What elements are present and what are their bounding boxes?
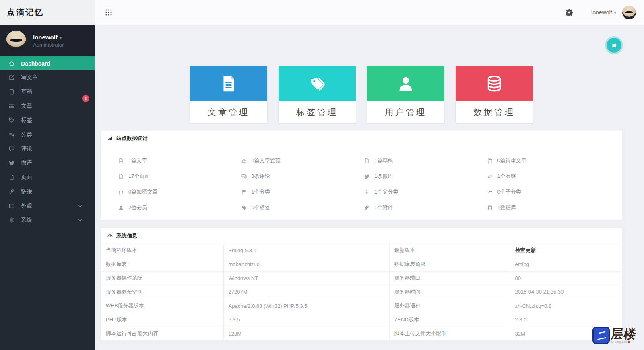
toggle-menu-fab[interactable] xyxy=(607,38,621,53)
article-icon xyxy=(219,74,238,93)
sysinfo-value: 2.3.0 xyxy=(510,313,622,327)
sidebar-item-write-article[interactable]: 写文章 xyxy=(0,70,95,84)
draft-count-badge: 1 xyxy=(82,95,89,102)
user-role: Administrator xyxy=(33,42,64,48)
sysinfo-label: 最新版本 xyxy=(389,243,510,257)
category-icon xyxy=(8,132,15,138)
tags-icon xyxy=(308,74,327,93)
stat-item: 0篇待审文章 xyxy=(487,156,610,165)
system-info-panel: 系统信息 当前程序版本 Emlog 5.3.1 最新版本 检查更新 数据库表 m… xyxy=(101,228,622,341)
sidebar-item-categories[interactable]: 分类 xyxy=(0,128,95,142)
check-update-link[interactable]: 检查更新 xyxy=(510,243,622,257)
appearance-icon xyxy=(8,203,15,209)
card-article-manage[interactable]: 文章管理 xyxy=(190,66,267,123)
stat-item: 3条评论 xyxy=(241,172,364,181)
card-tag-manage[interactable]: 标签管理 xyxy=(279,66,356,123)
sysinfo-value: emlog_ xyxy=(510,257,622,272)
link-icon xyxy=(8,188,15,195)
site-stats-panel: 站点数据统计 1篇文章 0篇文章置顶 1篇草稿 0篇待审文章 17个页面 3条评… xyxy=(101,131,622,220)
pages-icon xyxy=(118,173,124,179)
topbar: lonewolf▾ xyxy=(95,0,644,25)
site-stats-header: 站点数据统计 xyxy=(101,131,622,146)
topbar-user-menu[interactable]: lonewolf▾ xyxy=(591,9,616,16)
stat-item: 1条微语 xyxy=(364,172,487,181)
brand[interactable]: 点滴记忆 xyxy=(0,0,95,25)
table-row: 服务器操作系统 Windows NT 服务器端口 80 xyxy=(101,271,622,285)
apps-grid-icon[interactable] xyxy=(105,9,112,16)
bar-chart-icon xyxy=(107,135,113,141)
sidebar-item-appearance[interactable]: 外观 xyxy=(0,199,95,213)
card-data-manage[interactable]: 数据管理 xyxy=(456,66,533,123)
comment-icon xyxy=(8,146,15,152)
member-icon xyxy=(118,205,124,211)
hamburger-icon xyxy=(611,42,618,49)
sysinfo-label: WEB服务器版本 xyxy=(101,299,223,313)
caret-down-icon: ▾ xyxy=(60,35,62,40)
main-content: 文章管理 标签管理 用户管理 数据管理 xyxy=(95,25,644,350)
file-icon xyxy=(364,158,370,164)
stat-item: 0篇文章置顶 xyxy=(241,156,364,165)
sidebar-user-panel[interactable]: lonewolf▾ Administrator xyxy=(0,25,95,56)
flag-icon xyxy=(241,189,247,195)
table-row: WEB服务器版本 Apache/2.0.63 (Win32) PHP/5.3.5… xyxy=(101,299,622,313)
stats-grid: 1篇文章 0篇文章置顶 1篇草稿 0篇待审文章 17个页面 3条评论 1条微语 … xyxy=(101,146,622,220)
card-user-manage[interactable]: 用户管理 xyxy=(367,66,444,123)
thumbs-up-icon xyxy=(241,158,247,164)
gauge-icon xyxy=(107,233,113,239)
chevron-down-icon xyxy=(77,217,83,223)
sidebar-item-system[interactable]: 系统 xyxy=(0,213,95,227)
tag-icon xyxy=(8,117,15,124)
sidebar-item-tags[interactable]: 标签 xyxy=(0,113,95,128)
sysinfo-label: PHP版本 xyxy=(101,313,223,327)
ecl-watermark: 二 层楼 Er Ceng Lou xyxy=(592,327,637,344)
topbar-avatar[interactable] xyxy=(622,6,636,19)
gear-icon[interactable] xyxy=(566,8,574,16)
sidebar-item-articles[interactable]: 文章 xyxy=(0,99,95,113)
stat-item: 2位会员 xyxy=(118,203,241,212)
sysinfo-label: 服务器操作系统 xyxy=(101,271,223,285)
sysinfo-label: 数据库表前缀 xyxy=(389,257,510,272)
sysinfo-label: 服务器端口 xyxy=(389,271,510,285)
sysinfo-value: 5.3.5 xyxy=(223,313,389,327)
sysinfo-value: 128M xyxy=(223,327,389,341)
sidebar-item-links[interactable]: 链接 xyxy=(0,185,95,199)
list-icon xyxy=(8,103,15,109)
sidebar-item-dashboard[interactable]: Dashboard xyxy=(0,56,95,70)
sidebar-item-microblog[interactable]: 微语 xyxy=(0,156,95,170)
sidebar: 点滴记忆 lonewolf▾ Administrator Dashboard 写… xyxy=(0,0,95,350)
sidebar-item-pages[interactable]: 页面 xyxy=(0,170,95,184)
database-icon xyxy=(487,205,493,211)
sidebar-item-drafts[interactable]: 草稿 1 xyxy=(0,85,95,99)
stat-item: 0篇加密文章 xyxy=(118,187,241,196)
table-row: 数据库表 mobanzhizuo 数据库表前缀 emlog_ xyxy=(101,257,622,272)
twitter-icon xyxy=(8,160,15,166)
stat-item: 17个页面 xyxy=(118,172,241,181)
sysinfo-label: 当前程序版本 xyxy=(101,243,223,257)
brand-title: 点滴记忆 xyxy=(7,7,44,18)
system-info-header: 系统信息 xyxy=(101,228,622,243)
table-row: 服务器剩余空间 27207M 服务器时间 2015-04-30 21:35:30 xyxy=(101,285,622,299)
caret-down-icon: ▾ xyxy=(614,10,616,15)
system-info-table: 当前程序版本 Emlog 5.3.1 最新版本 检查更新 数据库表 mobanz… xyxy=(101,243,622,341)
sidebar-menu: Dashboard 写文章 草稿 1 文章 标签 分类 评论 微语 xyxy=(0,56,95,227)
sysinfo-value: mobanzhizuo xyxy=(223,257,389,272)
chevron-down-icon xyxy=(77,203,83,209)
arrow-down-icon xyxy=(364,189,370,195)
file-text-icon xyxy=(118,158,124,164)
red-dot-icon xyxy=(628,341,630,343)
sidebar-item-comments[interactable]: 评论 xyxy=(0,142,95,156)
clipboard-icon xyxy=(8,89,15,95)
ecl-logo-icon: 二 xyxy=(592,327,610,344)
comments-icon xyxy=(241,173,247,179)
user-name: lonewolf▾ xyxy=(33,34,64,41)
link-icon xyxy=(487,173,493,179)
stat-item: 1个父分类 xyxy=(364,187,487,196)
sysinfo-label: 服务器剩余空间 xyxy=(101,285,223,299)
sysinfo-value: Emlog 5.3.1 xyxy=(223,243,389,257)
sysinfo-label: 脚本上传文件大小限制 xyxy=(389,327,510,341)
sysinfo-label: 脚本运行可占最大内存 xyxy=(101,327,223,341)
share-icon xyxy=(487,189,493,195)
shortcut-cards: 文章管理 标签管理 用户管理 数据管理 xyxy=(101,25,622,123)
sysinfo-value: 80 xyxy=(510,271,622,285)
table-row: PHP版本 5.3.5 ZEND版本 2.3.0 xyxy=(101,313,622,327)
